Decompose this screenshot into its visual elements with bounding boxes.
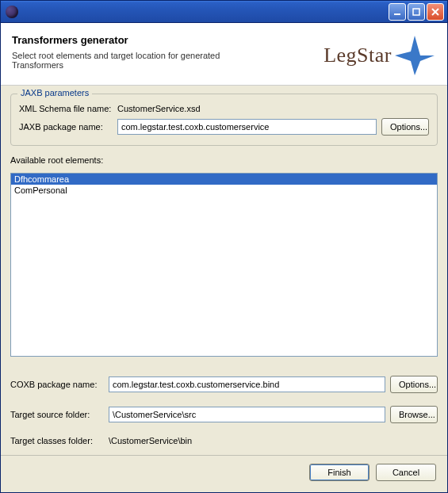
jaxb-parameters-group: JAXB parameters XML Schema file name: Cu… — [10, 94, 438, 146]
page-title: Transformers generator — [12, 34, 274, 46]
list-item[interactable]: Dfhcommarea — [11, 174, 437, 185]
target-source-label: Target source folder: — [10, 410, 104, 419]
maximize-icon — [412, 8, 420, 16]
jaxb-package-label: JAXB package name: — [19, 122, 113, 132]
coxb-package-label: COXB package name: — [10, 380, 104, 389]
star-icon — [393, 34, 436, 77]
coxb-package-input[interactable] — [109, 376, 385, 392]
minimize-button[interactable] — [389, 3, 406, 21]
svg-marker-2 — [395, 36, 435, 75]
schema-file-value: CustomerService.xsd — [117, 104, 429, 113]
maximize-button[interactable] — [408, 3, 425, 21]
target-classes-label: Target classes folder: — [10, 436, 104, 445]
minimize-icon — [393, 8, 401, 16]
jaxb-package-input[interactable] — [117, 119, 377, 135]
finish-button[interactable]: Finish — [309, 464, 370, 481]
content-area: JAXB parameters XML Schema file name: Cu… — [1, 86, 447, 455]
logo-text: LegStar — [324, 44, 392, 67]
jaxb-legend: JAXB parameters — [17, 88, 92, 97]
header: Transformers generator Select root eleme… — [1, 23, 447, 86]
root-elements-list[interactable]: Dfhcommarea ComPersonal — [10, 173, 438, 357]
eclipse-icon — [6, 6, 18, 18]
jaxb-options-button[interactable]: Options... — [381, 118, 429, 136]
target-source-input[interactable] — [109, 407, 385, 422]
dialog-window: Transformers generator Select root eleme… — [0, 0, 448, 493]
page-subtitle: Select root elements and target location… — [12, 51, 274, 70]
titlebar[interactable] — [1, 1, 447, 23]
target-classes-value: \CustomerService\bin — [109, 436, 438, 445]
svg-rect-0 — [394, 13, 400, 15]
list-item[interactable]: ComPersonal — [11, 185, 437, 196]
logo: LegStar — [324, 34, 436, 77]
close-icon — [431, 8, 439, 16]
footer: Finish Cancel — [1, 456, 447, 492]
schema-file-label: XML Schema file name: — [19, 104, 113, 113]
coxb-options-button[interactable]: Options... — [390, 376, 438, 393]
svg-rect-1 — [413, 9, 419, 15]
cancel-button[interactable]: Cancel — [376, 464, 436, 481]
close-button[interactable] — [427, 3, 444, 21]
browse-button[interactable]: Browse... — [390, 406, 438, 423]
available-elements-label: Available root elements: — [10, 155, 438, 165]
